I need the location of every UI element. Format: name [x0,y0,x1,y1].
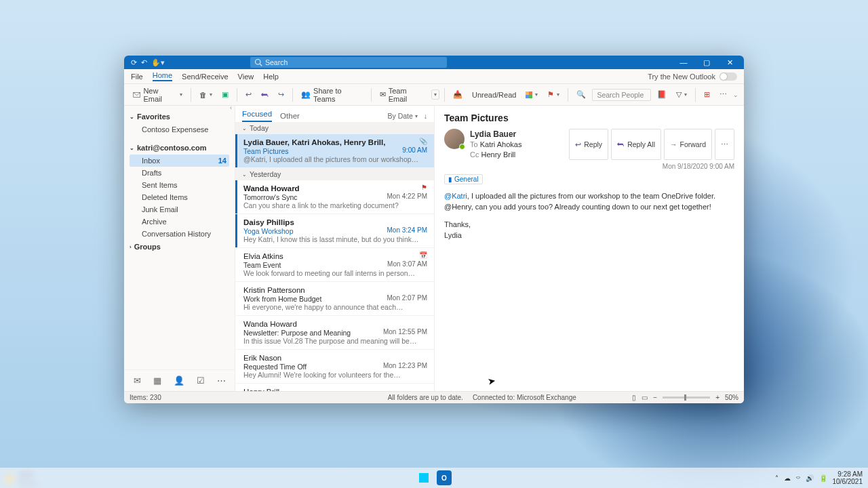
reply-icon-button[interactable]: ↩ [242,88,255,101]
more-modules-icon[interactable]: ⋯ [217,375,226,386]
view-normal-icon[interactable]: ▯ [632,394,636,401]
account-header[interactable]: ⌄katri@contoso.com [130,141,229,155]
tray-wifi-icon[interactable]: ⌔ [796,474,800,482]
tab-other[interactable]: Other [280,112,300,120]
mail-icon [133,91,140,99]
ribbon-collapse-icon[interactable]: ⌄ [733,92,738,98]
message-item[interactable]: Lydia Bauer, Katri Ahokas, Henry Brill,T… [235,134,434,168]
taskbar-outlook[interactable]: O [437,470,452,485]
tray-battery-icon[interactable]: 🔋 [819,474,827,482]
more-ribbon-button[interactable]: ⋯ [716,88,730,101]
tray-volume-icon[interactable]: 🔊 [806,474,814,482]
folder-conversation-history[interactable]: Conversation History [130,228,229,240]
folder-archive[interactable]: Archive [130,216,229,228]
new-email-button[interactable]: New Email ▾ [130,85,186,105]
forward-button[interactable]: →Forward [664,129,712,160]
folder-junk[interactable]: Junk Email [130,203,229,216]
message-preview: Can you share a link to the marketing do… [243,201,427,209]
message-header: Lydia Bauer To Katri Ahokas Cc Henry Bri… [444,129,734,160]
find-button[interactable]: 🔍 [573,88,589,101]
view-reading-icon[interactable]: ▭ [642,394,648,401]
message-item[interactable]: Kristin PattersonnWork from Home BudgetH… [235,282,434,316]
zoom-slider[interactable] [663,396,710,399]
reply-all-icon-button[interactable]: ⮪ [258,89,272,101]
list-group-header[interactable]: ⌄ Today [235,122,434,134]
menu-home[interactable]: Home [153,71,172,81]
filter-button[interactable]: ▽▾ [673,88,690,101]
share-teams-label: Share to Teams [313,87,363,103]
list-group-header[interactable]: ⌄ Yesterday [235,168,434,180]
unread-read-button[interactable]: Unread/Read [469,89,519,101]
close-button[interactable]: ✕ [718,56,741,69]
delete-button[interactable]: 🗑▾ [196,89,216,101]
zoom-out-button[interactable]: − [653,394,657,401]
folder-contoso-expenses[interactable]: Contoso Expensese [130,123,229,136]
folder-drafts[interactable]: Drafts [130,167,229,179]
start-button[interactable] [416,470,431,485]
message-item[interactable]: Henry BrillProject UpdateMon 11:46 AM [235,384,434,391]
move-button[interactable]: 📥 [450,88,466,101]
statusbar: Items: 230 All folders are up to date. C… [124,391,744,403]
calendar-module-icon[interactable]: ▦ [153,375,161,386]
touch-mode-icon[interactable]: ✋▾ [151,58,165,67]
zoom-in-button[interactable]: + [715,394,719,401]
menu-help[interactable]: Help [263,73,279,81]
message-item[interactable]: Wanda HowardNewsletter: Purpose and Mean… [235,316,434,350]
menu-view[interactable]: View [238,73,254,81]
minimize-button[interactable]: — [672,56,695,69]
message-item[interactable]: Daisy PhillipsYoga WorkshopHey Katri, I … [235,214,434,248]
team-email-dropdown[interactable]: ▾ [431,89,439,100]
tray-onedrive-icon[interactable]: ☁ [784,474,791,482]
tasks-module-icon[interactable]: ☑ [197,375,205,386]
body-text: , I uploaded all the pictures from our w… [444,192,715,211]
search-people-input[interactable]: Search People [592,89,651,101]
undo-icon[interactable]: ↶ [141,58,147,67]
groups-header[interactable]: ›Groups [130,240,229,253]
categorize-button[interactable]: ▾ [522,89,541,100]
forward-icon-button[interactable]: ↪ [275,88,288,101]
tray-date: 10/6/2021 [833,478,863,485]
search-input[interactable]: Search [250,57,447,68]
maximize-button[interactable]: ▢ [695,56,718,69]
sender-avatar[interactable] [444,129,465,149]
message-from: Lydia Bauer, Katri Ahokas, Henry Brill, [243,138,427,146]
mail-module-icon[interactable]: ✉ [134,375,141,386]
collapse-nav-icon[interactable]: ‹ [230,104,232,111]
archive-button[interactable]: ▣ [218,88,232,101]
message-list[interactable]: ⌄ TodayLydia Bauer, Katri Ahokas, Henry … [235,122,434,391]
flag-button[interactable]: ⚑▾ [544,88,563,101]
folder-deleted[interactable]: Deleted Items [130,191,229,203]
apps-button[interactable]: ⊞ [701,88,713,101]
unread-read-label: Unread/Read [472,91,516,99]
folder-sent[interactable]: Sent Items [130,179,229,191]
reply-all-button[interactable]: ⮪Reply All [611,129,661,160]
folder-inbox[interactable]: Inbox14 [130,155,229,167]
message-time: Mon 4:22 PM [387,192,427,200]
filter-icon: ▽ [676,90,682,99]
team-email-button[interactable]: ✉ Team Email [376,85,429,105]
message-item[interactable]: Erik NasonRequested Time OffHey Alumni! … [235,350,434,384]
try-new-outlook-toggle[interactable] [719,73,737,81]
archive-icon: ▣ [222,90,229,99]
menu-file[interactable]: File [131,73,143,81]
message-item[interactable]: Elvia AtkinsTeam EventWe look forward to… [235,248,434,282]
address-book-button[interactable]: 📕 [654,88,670,101]
svg-point-0 [256,60,261,65]
reply-all-arrow-icon: ⮪ [261,91,269,99]
channel-chip[interactable]: ▮General [444,174,483,184]
people-module-icon[interactable]: 👤 [174,375,184,386]
folder-pane: ⌄Favorites Contoso Expensese ⌄katri@cont… [124,106,235,391]
share-to-teams-button[interactable]: 👥 Share to Teams [298,85,366,105]
sync-icon[interactable]: ⟳ [131,58,137,67]
message-item[interactable]: Wanda HowardTomorrow's SyncCan you share… [235,180,434,214]
tray-chevron-icon[interactable]: ˄ [775,474,778,482]
more-actions-button[interactable]: ⋯ [715,129,734,160]
move-icon: 📥 [453,90,462,99]
reply-button[interactable]: ↩Reply [569,129,608,160]
sort-dropdown[interactable]: By Date▾ ↓ [387,112,427,120]
tab-focused[interactable]: Focused [242,110,272,122]
tray-clock[interactable]: 9:28 AM 10/6/2021 [833,470,863,485]
status-items: Items: 230 [130,394,161,401]
menu-send-receive[interactable]: Send/Receive [182,73,229,81]
favorites-header[interactable]: ⌄Favorites [130,110,229,123]
